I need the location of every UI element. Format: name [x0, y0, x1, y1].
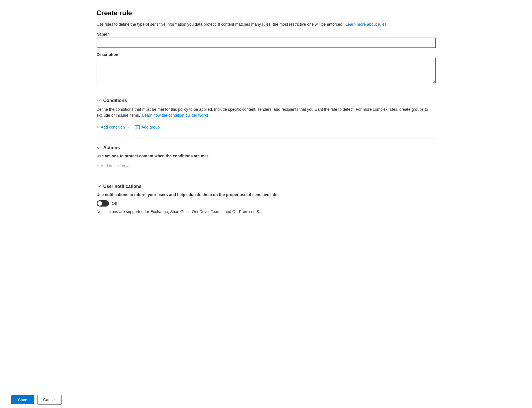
- user-notifications-cut-text: Notifications are supported for Exchange…: [97, 209, 436, 215]
- description-input[interactable]: [97, 58, 436, 83]
- user-notifications-section-header: User notifications: [97, 184, 436, 189]
- add-group-button[interactable]: Add group: [135, 123, 160, 131]
- actions-title: Actions: [103, 145, 120, 150]
- conditions-section-header: Conditions: [97, 98, 436, 103]
- divider-3: [97, 177, 436, 177]
- actions-action-row: + Add an action ⌄: [97, 162, 436, 170]
- cancel-button[interactable]: Cancel: [37, 395, 62, 405]
- name-label: Name*: [97, 32, 436, 36]
- conditions-title: Conditions: [103, 98, 127, 103]
- actions-chevron-icon: [97, 146, 101, 150]
- user-notifications-title: User notifications: [103, 184, 142, 189]
- add-action-plus-icon: +: [97, 163, 99, 168]
- actions-use-text: Use actions to protect content when the …: [97, 154, 436, 158]
- user-notifications-description: Use notifications to inform your users a…: [97, 192, 436, 197]
- actions-section-header: Actions: [97, 145, 436, 150]
- add-condition-button[interactable]: + Add condition ⌄: [97, 123, 129, 131]
- svg-rect-0: [135, 125, 140, 129]
- conditions-action-row: + Add condition ⌄ Add group: [97, 123, 436, 131]
- user-notifications-toggle-container: Off: [97, 200, 436, 207]
- add-group-icon: [135, 125, 140, 129]
- name-input[interactable]: [97, 38, 436, 48]
- save-button[interactable]: Save: [11, 395, 34, 404]
- page-title: Create rule: [97, 9, 436, 17]
- add-condition-label: Add condition: [101, 125, 125, 129]
- footer-bar: Save Cancel: [0, 391, 532, 408]
- user-notifications-chevron-icon: [97, 184, 101, 189]
- add-action-label: Add an action: [101, 164, 125, 168]
- name-required-star: *: [108, 32, 109, 36]
- add-action-chevron-icon: ⌄: [127, 164, 129, 168]
- intro-description: Use rules to define the type of sensitiv…: [97, 21, 436, 27]
- add-condition-chevron-icon: ⌄: [127, 125, 129, 129]
- learn-rules-link[interactable]: Learn more about rules.: [346, 22, 388, 27]
- add-action-button[interactable]: + Add an action ⌄: [97, 162, 129, 170]
- toggle-track: [97, 200, 109, 207]
- divider-1: [97, 91, 436, 91]
- user-notifications-toggle[interactable]: [97, 200, 109, 207]
- conditions-chevron-icon: [97, 98, 101, 103]
- toggle-off-label: Off: [112, 201, 117, 206]
- add-condition-plus-icon: +: [97, 125, 99, 130]
- learn-condition-builder-link[interactable]: Learn how the condition builder works: [142, 113, 209, 118]
- conditions-description: Define the conditions that must be met f…: [97, 107, 436, 118]
- add-group-label: Add group: [142, 125, 160, 129]
- description-label: Description: [97, 52, 436, 57]
- divider-2: [97, 138, 436, 138]
- toggle-thumb: [97, 201, 102, 206]
